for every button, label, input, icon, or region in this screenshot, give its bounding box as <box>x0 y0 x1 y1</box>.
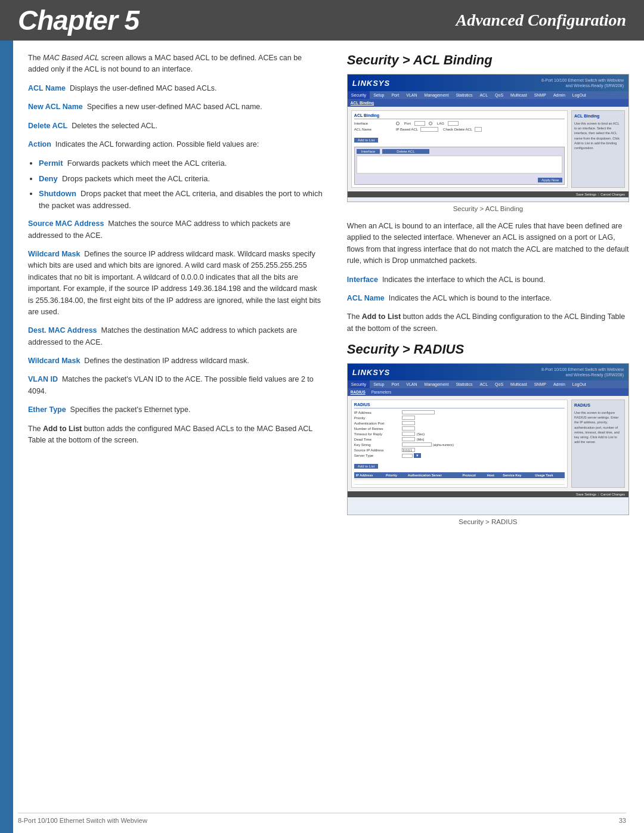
left-sidebar <box>0 41 13 833</box>
nav-setup-radius: Setup <box>370 380 388 388</box>
add-to-list-acl-text: The Add to List button adds the ACL Bind… <box>347 311 629 335</box>
save-settings-label-radius: Save Settings <box>576 493 596 496</box>
linksys-logo-radius: LINKSYS <box>352 368 390 377</box>
radius-heading: Security > RADIUS <box>347 342 629 357</box>
bullet-deny: Deny Drops packets which meet the ACL cr… <box>39 173 324 185</box>
new-acl-name-term: New ACL Name <box>28 103 83 111</box>
radio-lag <box>429 122 432 125</box>
new-acl-name-field: New ACL Name Specifies a new user-define… <box>28 101 324 113</box>
acl-name-row: ACL Name IP Based ACL Check Delete ACL <box>354 127 565 132</box>
source-ip-row: Source IP Address 0.0.0.1 <box>354 448 565 452</box>
nav-qos-acl: QoS <box>491 91 507 99</box>
linksys-header-radius: LINKSYS 8-Port 10/100 Ethernet Switch wi… <box>348 364 628 380</box>
acl-binding-heading: Security > ACL Binding <box>347 52 629 68</box>
ip-address-row: IP Address <box>354 410 565 414</box>
wildcard-mask-dest-field: Wildcard Mask Defines the destination IP… <box>28 355 324 367</box>
sub-parameters: Parameters <box>369 389 395 395</box>
dest-mac-field: Dest. MAC Address Matches the destinatio… <box>28 325 324 348</box>
acl-name-binding-field: ACL Name Indicates the ACL which is boun… <box>347 293 629 304</box>
dead-time-row: Dead Time (Min) <box>354 437 565 441</box>
interface-acl-field: Interface Indicates the interface to whi… <box>347 274 629 286</box>
linksys-header-right-radius: 8-Port 10/100 Ethernet Switch with Webvi… <box>541 367 624 377</box>
nav-admin-acl: Admin <box>550 91 569 99</box>
radius-table: IP Address Priority Authentication Serve… <box>354 472 565 485</box>
wildcard-mask-field: Wildcard Mask Defines the source IP addr… <box>28 249 324 318</box>
acl-left-panel: ACL Binding Interface Port LAG <box>351 110 568 188</box>
col-auth: Authentication Server <box>406 472 461 478</box>
vlan-id-field: VLAN ID Matches the packet's VLAN ID to … <box>28 374 324 397</box>
ether-type-term: Ether Type <box>28 405 66 414</box>
nav-security-acl: Security <box>348 91 370 99</box>
nav-snmp-acl: SNMP <box>531 91 550 99</box>
intro-text: The MAC Based ACL screen allows a MAC ba… <box>28 52 324 76</box>
col-usage: Usage Task <box>533 472 565 478</box>
delete-acl-term: Delete ACL <box>28 122 67 130</box>
timeout-row: Timeout for Reply (Sec) <box>354 432 565 436</box>
action-term: Action <box>28 140 51 148</box>
advanced-config-title: Advanced Configuration <box>456 11 626 30</box>
col-host: Host <box>485 472 501 478</box>
auth-port-row: Authentication Port <box>354 421 565 425</box>
priority-row: Priority <box>354 416 565 420</box>
nav-mgmt-radius: Management <box>421 380 453 388</box>
key-string-row: Key String (alpha-numeric) <box>354 442 565 447</box>
linksys-logo-acl: LINKSYS <box>352 79 390 88</box>
acl-binding-caption: Security > ACL Binding <box>347 205 629 212</box>
action-field: Action Indicates the ACL forwarding acti… <box>28 139 324 150</box>
nav-port-acl: Port <box>388 91 402 99</box>
cancel-changes-label-radius: Cancel Changes <box>600 493 625 496</box>
page-container: The MAC Based ACL screen allows a MAC ba… <box>0 41 644 833</box>
nav-admin-radius: Admin <box>550 380 569 388</box>
linksys-body-radius: RADIUS IP Address Priority Authenticatio… <box>348 396 628 491</box>
acl-save-bar: Save Settings | Cancel Changes <box>348 191 628 197</box>
acl-name-field: ACL Name Displays the user-defined MAC b… <box>28 83 324 94</box>
acl-binding-screenshot: LINKSYS 8-Port 10/100 Ethernet Switch wi… <box>347 74 629 202</box>
header-bar: Chapter 5 Advanced Configuration <box>0 0 644 41</box>
nav-acl-acl: ACL <box>476 91 491 99</box>
radius-caption: Security > RADIUS <box>347 518 629 525</box>
acl-name-term: ACL Name <box>28 84 66 92</box>
apply-btn-acl[interactable]: Apply Now <box>538 178 562 182</box>
add-to-list-text: The Add to List button adds the configur… <box>28 423 324 447</box>
delete-acl-field: Delete ACL Deletes the selected ACL. <box>28 120 324 132</box>
nav-vlan-radius: VLAN <box>402 380 420 388</box>
chapter-title: Chapter 5 <box>18 4 139 36</box>
nav-stats-radius: Statistics <box>452 380 476 388</box>
cancel-changes-label-acl: Cancel Changes <box>600 193 625 196</box>
nav-multicast-radius: Multicast <box>507 380 531 388</box>
linksys-sub-nav-acl: ACL Binding <box>348 99 628 107</box>
acl-right-panel: ACL Binding Use this screen to bind an A… <box>571 110 625 188</box>
radius-right-panel: RADIUS Use this screen to configure RADI… <box>571 400 625 488</box>
nav-security-radius: Security <box>348 380 370 388</box>
table-row <box>354 480 565 485</box>
nav-logout-acl: LogOut <box>569 91 590 99</box>
acl-binding-description: When an ACL is bound to an interface, al… <box>347 221 629 267</box>
bullet-shutdown: Shutdown Drops packet that meet the ACL … <box>39 188 324 211</box>
radius-screenshot: LINKSYS 8-Port 10/100 Ethernet Switch wi… <box>347 363 629 515</box>
server-type-row: Server Type ▼ <box>354 453 565 458</box>
nav-snmp-radius: SNMP <box>531 380 550 388</box>
radio-port <box>396 122 400 125</box>
dest-mac-term: Dest. MAC Address <box>28 326 97 335</box>
left-column: The MAC Based ACL screen allows a MAC ba… <box>28 52 330 821</box>
add-to-list-btn-radius[interactable]: Add to List <box>354 464 378 469</box>
acl-section-title: ACL Binding <box>354 113 565 119</box>
action-bullets: Permit Forwards packets which meet the A… <box>39 157 324 211</box>
nav-vlan-acl: VLAN <box>402 91 420 99</box>
col-ip: IP Address <box>354 472 384 478</box>
radius-save-bar: Save Settings | Cancel Changes <box>348 491 628 497</box>
add-to-list-btn-acl[interactable]: Add to List <box>354 138 378 143</box>
linksys-body-acl: ACL Binding Interface Port LAG <box>348 107 628 191</box>
page-footer: 8-Port 10/100 Ethernet Switch with Webvi… <box>18 813 626 824</box>
acl-name-binding-term: ACL Name <box>347 294 385 302</box>
linksys-nav-radius: Security Setup Port VLAN Management Stat… <box>348 380 628 388</box>
col-priority: Priority <box>384 472 406 478</box>
nav-mgmt-acl: Management <box>421 91 453 99</box>
footer-left: 8-Port 10/100 Ethernet Switch with Webvi… <box>18 817 147 824</box>
wildcard-mask-term: Wildcard Mask <box>28 250 80 258</box>
nav-multicast-acl: Multicast <box>507 91 531 99</box>
col-service: Service Key <box>501 472 533 478</box>
radius-left-panel: RADIUS IP Address Priority Authenticatio… <box>351 400 568 488</box>
nav-logout-radius: LogOut <box>569 380 590 388</box>
nav-qos-radius: QoS <box>491 380 507 388</box>
